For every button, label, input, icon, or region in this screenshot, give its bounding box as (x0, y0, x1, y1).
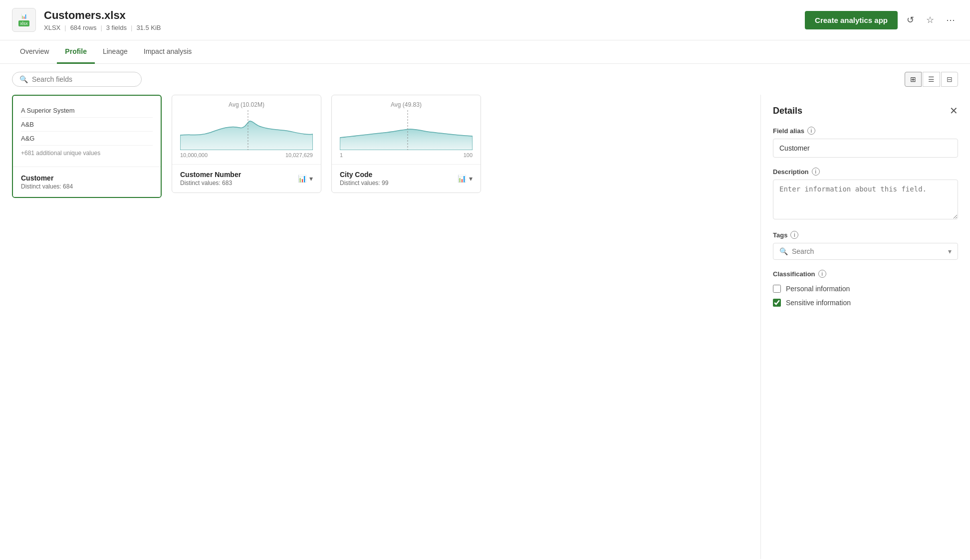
sensitive-info-checkbox[interactable] (773, 299, 781, 307)
city-code-footer: City Code Distinct values: 99 📊 ▾ (332, 164, 481, 192)
chart-icon-group: 📊 ▾ (298, 175, 313, 183)
city-code-chart (340, 110, 473, 150)
tags-dropdown-icon: ▾ (948, 247, 952, 255)
description-group: Description i (773, 168, 958, 221)
axis-max: 100 (464, 152, 473, 158)
customer-number-field-name: Customer Number (180, 171, 241, 179)
chart-type-icon-button[interactable]: 📊 (458, 175, 466, 183)
tags-info-icon: i (790, 231, 798, 239)
details-title: Details (773, 106, 802, 116)
separator-2: | (100, 24, 102, 31)
table-view-button[interactable]: ⊟ (941, 72, 958, 87)
axis-max: 10,027,629 (285, 152, 313, 158)
refresh-icon-button[interactable]: ↺ (904, 11, 917, 28)
city-code-icon-group: 📊 ▾ (458, 175, 473, 183)
file-rows: 684 rows (70, 24, 97, 31)
city-code-axis: 1 100 (340, 150, 473, 164)
city-code-distinct: Distinct values: 99 (340, 180, 388, 187)
list-item: A&G (21, 132, 153, 146)
file-meta: XLSX | 684 rows | 3 fields | 31.5 KiB (44, 24, 161, 31)
tags-label: Tags i (773, 231, 958, 239)
file-fields: 3 fields (106, 24, 127, 31)
content-area: 🔍 ⊞ ☰ ⊟ A Superior System A&B A&G +681 a… (0, 64, 970, 559)
list-view-button[interactable]: ☰ (923, 72, 940, 87)
details-panel: Details ✕ Field alias i Description i (760, 95, 970, 559)
city-code-card[interactable]: Avg (49.83) (331, 95, 481, 193)
tags-group: Tags i 🔍 ▾ (773, 231, 958, 260)
customer-card-footer: Customer Distinct values: 684 (13, 167, 161, 197)
axis-min: 10,000,000 (180, 152, 208, 158)
customer-number-distinct: Distinct values: 683 (180, 180, 241, 187)
tab-impact-analysis[interactable]: Impact analysis (136, 40, 200, 64)
file-size: 31.5 KiB (136, 24, 161, 31)
city-code-avg: Avg (49.83) (340, 101, 473, 108)
description-info-icon: i (812, 168, 820, 176)
file-icon: 📊 xlsx (12, 8, 36, 32)
tab-lineage[interactable]: Lineage (95, 40, 136, 64)
separator-1: | (64, 24, 66, 31)
tags-search-icon: 🔍 (779, 247, 788, 255)
field-alias-input[interactable] (773, 139, 958, 158)
description-label: Description i (773, 168, 958, 176)
chart-expand-button[interactable]: ▾ (469, 175, 473, 183)
tags-search-input[interactable] (792, 247, 944, 255)
customer-number-avg: Avg (10.02M) (180, 101, 313, 108)
tab-profile[interactable]: Profile (57, 40, 95, 64)
city-code-field-name: City Code (340, 171, 388, 179)
axis-min: 1 (340, 152, 343, 158)
classification-group: Classification i Personal information Se… (773, 270, 958, 310)
field-alias-label: Field alias i (773, 127, 958, 135)
description-textarea[interactable] (773, 180, 958, 219)
more-options-button[interactable]: ⋯ (943, 11, 958, 28)
personal-info-checkbox[interactable] (773, 285, 781, 293)
search-fields-box[interactable]: 🔍 (12, 72, 142, 87)
tags-search-box[interactable]: 🔍 ▾ (773, 243, 958, 260)
search-fields-input[interactable] (32, 75, 134, 83)
grid-view-button[interactable]: ⊞ (905, 72, 922, 87)
header: 📊 xlsx Customers.xlsx XLSX | 684 rows | … (0, 0, 970, 40)
sensitive-info-label: Sensitive information (786, 299, 851, 307)
customer-card-list: A Superior System A&B A&G +681 additiona… (13, 96, 161, 167)
classification-info-icon: i (818, 270, 826, 278)
header-left: 📊 xlsx Customers.xlsx XLSX | 684 rows | … (12, 8, 161, 32)
personal-info-label: Personal information (786, 285, 850, 293)
customer-number-footer: Customer Number Distinct values: 683 📊 ▾ (172, 164, 321, 192)
header-right: Create analytics app ↺ ☆ ⋯ (805, 11, 958, 29)
city-code-chart-body: Avg (49.83) (332, 95, 481, 164)
sensitive-info-checkbox-item[interactable]: Sensitive information (773, 296, 958, 310)
create-analytics-button[interactable]: Create analytics app (805, 11, 898, 29)
separator-3: | (131, 24, 132, 31)
customer-field-name: Customer (21, 174, 153, 182)
tabs-bar: Overview Profile Lineage Impact analysis (0, 40, 970, 64)
customer-number-chart-body: Avg (10.02M) (172, 95, 321, 164)
close-details-button[interactable]: ✕ (950, 105, 958, 117)
search-icon: 🔍 (19, 75, 28, 83)
customer-number-axis: 10,000,000 10,027,629 (180, 150, 313, 164)
file-title: Customers.xlsx (44, 9, 161, 22)
more-values-text: +681 additional unique values (21, 146, 153, 159)
details-header: Details ✕ (773, 105, 958, 117)
file-type: XLSX (44, 24, 60, 31)
city-code-info: City Code Distinct values: 99 (340, 171, 388, 187)
tab-overview[interactable]: Overview (12, 40, 57, 64)
customer-number-chart (180, 110, 313, 150)
toolbar: 🔍 ⊞ ☰ ⊟ (0, 64, 970, 95)
chart-expand-button[interactable]: ▾ (309, 175, 313, 183)
customer-card[interactable]: A Superior System A&B A&G +681 additiona… (12, 95, 162, 198)
chart-type-icon-button[interactable]: 📊 (298, 175, 306, 183)
field-alias-group: Field alias i (773, 127, 958, 158)
file-info: Customers.xlsx XLSX | 684 rows | 3 field… (44, 9, 161, 31)
list-item: A Superior System (21, 104, 153, 118)
customer-distinct: Distinct values: 684 (21, 183, 153, 190)
list-item: A&B (21, 118, 153, 132)
customer-number-card[interactable]: Avg (10.02M) (172, 95, 321, 193)
customer-number-info: Customer Number Distinct values: 683 (180, 171, 241, 187)
classification-label: Classification i (773, 270, 958, 278)
cards-area: A Superior System A&B A&G +681 additiona… (0, 95, 760, 559)
view-toggle: ⊞ ☰ ⊟ (905, 72, 958, 87)
star-icon-button[interactable]: ☆ (923, 11, 937, 28)
personal-info-checkbox-item[interactable]: Personal information (773, 282, 958, 296)
cards-and-details: A Superior System A&B A&G +681 additiona… (0, 95, 970, 559)
field-alias-info-icon: i (807, 127, 815, 135)
